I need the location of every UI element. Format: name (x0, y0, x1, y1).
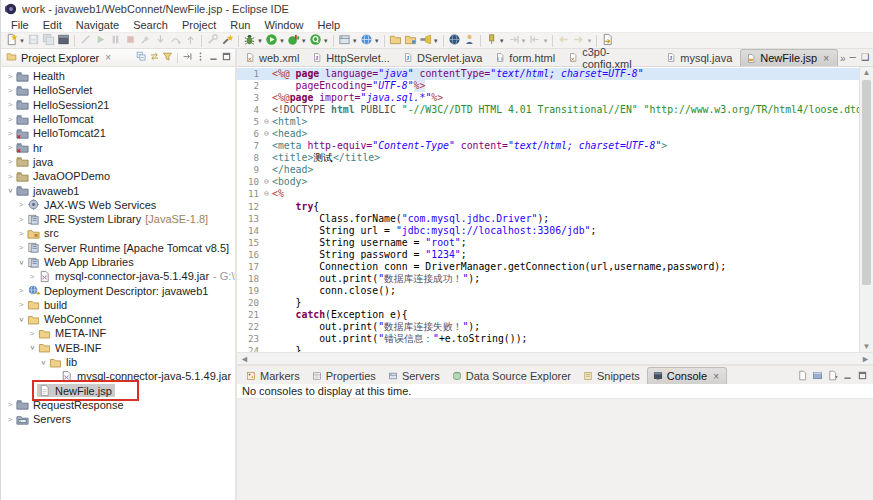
tree-item-content[interactable]: Health (15, 70, 68, 83)
scroll-down-icon[interactable]: ▼ (860, 342, 873, 351)
expander-collapsed-icon[interactable]: > (5, 86, 15, 95)
dropdown-caret-icon[interactable]: ▼ (323, 38, 329, 44)
expander-expanded-icon[interactable]: > (6, 186, 15, 196)
minimize-icon[interactable] (208, 51, 219, 64)
collapse-all-icon[interactable] (136, 51, 147, 64)
tree-item-content[interactable]: JAX-WS Web Services (26, 198, 159, 211)
coverage-button[interactable]: ▼ (286, 33, 308, 49)
tree-item-content[interactable]: Deployment Descriptor: javaweb1 (26, 284, 211, 297)
scrollbar-thumb[interactable] (862, 80, 871, 285)
tree-item[interactable]: >HelloTomcat21 (1, 126, 235, 140)
tree-item-content[interactable]: NewFile.jsp (37, 384, 115, 397)
filter-icon[interactable] (162, 51, 173, 64)
debug-button[interactable]: ▼ (242, 33, 264, 49)
terminal-button[interactable] (447, 33, 462, 49)
editor-tab[interactable]: web.xml (240, 49, 307, 66)
fold-marker-icon[interactable]: ⊖ (261, 176, 272, 188)
editor-tab[interactable]: JDServlet.java (398, 49, 490, 66)
horizontal-scrollbar[interactable]: ◄ ► (237, 352, 873, 364)
menu-edit[interactable]: Edit (36, 19, 69, 31)
open-resource-button[interactable] (388, 33, 403, 49)
maximize-icon[interactable] (221, 51, 232, 64)
tree-item[interactable]: >META-INF (1, 326, 235, 340)
tree-item[interactable]: >HelloSession21 (1, 98, 235, 112)
tree-item-content[interactable]: WebConnet (26, 313, 105, 326)
console-tab-servers[interactable]: Servers (383, 367, 447, 384)
new-button[interactable]: ▼ (4, 33, 26, 49)
tree-item[interactable]: >javaweb1 (1, 183, 235, 197)
tree-item-content[interactable]: build (26, 298, 70, 311)
tree-item[interactable]: >JRE System Library [JavaSE-1.8] (1, 212, 235, 226)
editor-tab[interactable]: c3p0-config.xml (563, 49, 661, 66)
maximize-icon[interactable]: ❑ (861, 52, 869, 62)
close-icon[interactable]: × (713, 371, 719, 382)
expander-collapsed-icon[interactable]: > (5, 115, 15, 124)
tree-item-content[interactable]: Web App Libraries (26, 256, 137, 269)
tree-item[interactable]: >Servers (1, 412, 235, 426)
expander-expanded-icon[interactable]: > (28, 343, 37, 353)
expander-expanded-icon[interactable]: > (39, 357, 48, 367)
menu-project[interactable]: Project (175, 19, 223, 31)
tree-item-content[interactable]: RequestResponse (15, 398, 127, 411)
menu-file[interactable]: File (4, 19, 36, 31)
pin-editor-button[interactable]: ▼ (484, 33, 506, 49)
menu-search[interactable]: Search (126, 19, 175, 31)
scroll-left-icon[interactable]: ◄ (240, 354, 249, 364)
tree-item[interactable]: >Deployment Descriptor: javaweb1 (1, 283, 235, 297)
tree-item-content[interactable]: src (26, 227, 62, 240)
tree-item[interactable]: >WebConnet (1, 312, 235, 326)
tree-item[interactable]: >HelloServlet (1, 83, 235, 97)
tree-item-content[interactable]: WEB-INF (37, 341, 104, 354)
fold-marker-icon[interactable]: ⊖ (261, 188, 272, 200)
tree-item-content[interactable]: Servers (15, 413, 74, 426)
tree-item[interactable]: >JAX-WS Web Services (1, 198, 235, 212)
expander-collapsed-icon[interactable]: > (16, 200, 26, 209)
expander-collapsed-icon[interactable]: > (5, 172, 15, 181)
tree-item[interactable]: >Web App Libraries (1, 255, 235, 269)
dropdown-caret-icon[interactable]: ▼ (19, 38, 25, 44)
tab-project-explorer[interactable]: Project Explorer × (6, 51, 111, 64)
tree-item[interactable]: >lib (1, 355, 235, 369)
tree-item-content[interactable]: HelloServlet (15, 84, 95, 97)
tree-item-content[interactable]: lib (48, 356, 80, 369)
tree-item-content[interactable]: JRE System Library [JavaSE-1.8] (26, 213, 211, 226)
dropdown-caret-icon[interactable]: ▼ (279, 38, 285, 44)
tree-item[interactable]: >build (1, 298, 235, 312)
tree-item[interactable]: >java (1, 155, 235, 169)
expander-collapsed-icon[interactable]: > (16, 286, 26, 295)
fold-marker-icon[interactable]: ⊖ (261, 128, 272, 140)
tree-item[interactable]: >RequestResponse (1, 398, 235, 412)
tree-item[interactable]: NewFile.jsp (1, 384, 235, 398)
vertical-scrollbar[interactable]: ▲ ▼ (859, 67, 873, 352)
expander-collapsed-icon[interactable]: > (16, 300, 26, 309)
tree-item[interactable]: >src (1, 226, 235, 240)
expander-collapsed-icon[interactable]: > (16, 229, 26, 238)
tree-item-content[interactable]: mysql-connector-java-5.1.49.jar (59, 370, 234, 383)
dropdown-caret-icon[interactable]: ▼ (374, 38, 380, 44)
menu-run[interactable]: Run (223, 19, 257, 31)
menu-window[interactable]: Window (257, 19, 310, 31)
scroll-up-icon[interactable]: ▲ (860, 68, 873, 77)
expander-collapsed-icon[interactable]: > (5, 157, 15, 166)
tree-item[interactable]: >Server Runtime [Apache Tomcat v8.5] (1, 241, 235, 255)
new-server-button[interactable]: ▼ (337, 33, 359, 49)
dropdown-caret-icon[interactable]: ▼ (521, 38, 527, 44)
tree-item-content[interactable]: HelloTomcat21 (15, 127, 109, 140)
tree-item-content[interactable]: Server Runtime [Apache Tomcat v8.5] (26, 241, 232, 254)
tree-item-content[interactable]: HelloSession21 (15, 98, 112, 111)
tree-item[interactable]: >WEB-INF (1, 341, 235, 355)
tree-item[interactable]: >Health (1, 69, 235, 83)
expander-expanded-icon[interactable]: > (17, 314, 26, 324)
close-icon[interactable]: × (823, 53, 829, 64)
dropdown-caret-icon[interactable]: ▼ (301, 38, 307, 44)
expander-collapsed-icon[interactable]: > (5, 415, 15, 424)
minimize-icon[interactable] (842, 370, 853, 381)
tree-item-content[interactable]: java (15, 155, 56, 168)
scroll-right-icon[interactable]: ► (861, 354, 870, 364)
new-task-button[interactable] (462, 33, 477, 49)
search-button[interactable]: ▼ (418, 33, 440, 49)
editor-tab[interactable]: JHttpServlet... (307, 49, 398, 66)
console-tab-snippets[interactable]: Snippets (578, 367, 647, 384)
expander-collapsed-icon[interactable]: > (5, 129, 15, 138)
code-area[interactable]: 1<%@ page language="java" contentType="t… (237, 67, 859, 352)
